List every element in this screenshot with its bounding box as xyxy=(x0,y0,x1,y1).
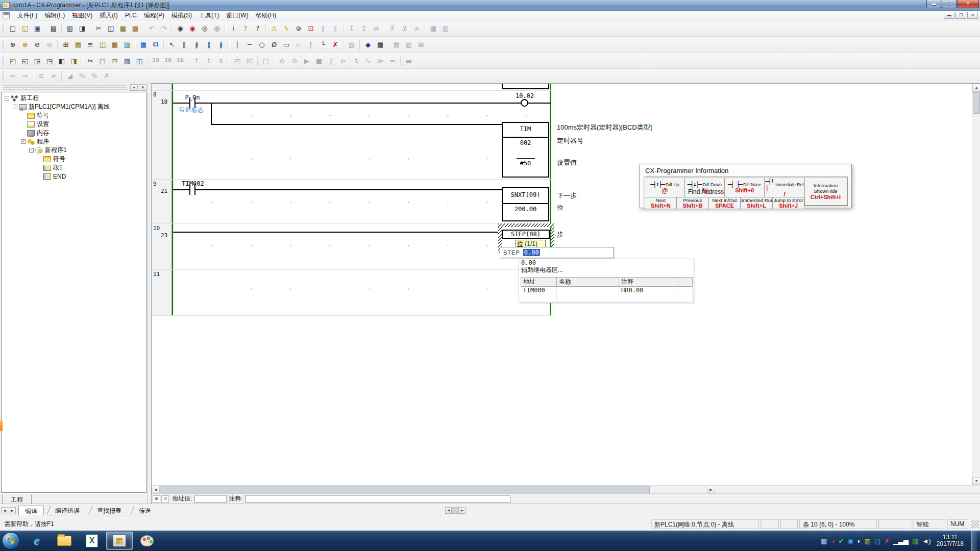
mini-scroll-right[interactable]: ▶ xyxy=(459,507,465,514)
tree-item-program-1[interactable]: −新程序1 xyxy=(3,146,146,155)
toolbar-button-symbol-tree[interactable]: ▥ xyxy=(121,39,133,51)
toolbar-button-rung-comment[interactable]: ▤ xyxy=(72,39,84,51)
address-table-row[interactable]: TIM000HR0.00 xyxy=(521,287,693,294)
rung-number[interactable]: 11 xyxy=(153,271,160,278)
tree-item-project-root[interactable]: −新工程 xyxy=(3,94,146,103)
toolbar-button-force-on[interactable]: ⊼ xyxy=(386,22,399,34)
mdi-close-button[interactable]: ✕ xyxy=(967,12,978,19)
toolbar-button-indent-left[interactable]: ⇐ xyxy=(7,70,19,82)
toolbar-button-delete-element[interactable]: ✗ xyxy=(329,39,341,51)
toolbar-button-zoom-fit[interactable]: ⊖ xyxy=(43,39,56,51)
toolbar-button-monitor[interactable]: ⊡ xyxy=(305,22,317,34)
toolbar-button-coil-closed[interactable]: Ø xyxy=(268,39,280,51)
cx-programmer-information-window[interactable]: CX-Programmer Information ─┤↑├─Diff-Up@─… xyxy=(640,164,852,208)
toolbar-button-go-input[interactable]: ↥ xyxy=(190,55,203,67)
shortcut-find-previous[interactable]: PreviousShift+B xyxy=(676,197,709,209)
schedule-icon[interactable]: ▦ xyxy=(912,538,918,544)
address-table-cell[interactable] xyxy=(557,287,619,294)
toolbar-button-pause-update[interactable]: ∥ xyxy=(329,22,341,34)
toolbar-button-view-1[interactable]: ▤ xyxy=(390,39,403,51)
edge-notification-tab[interactable] xyxy=(0,420,3,431)
output-tab-3[interactable]: 查找报表 xyxy=(91,506,128,515)
mini-scroll-thumb[interactable] xyxy=(452,507,459,514)
toolbar-button-contact-or-no[interactable]: ‖ xyxy=(203,39,215,51)
snxt-operand-1[interactable]: 200.00 xyxy=(503,206,548,213)
toolbar-button-view-3[interactable]: ⊠ xyxy=(415,39,427,51)
menu-item[interactable]: 插入(I) xyxy=(96,11,121,20)
menu-item[interactable]: 编程(P) xyxy=(140,11,168,20)
tree-expander-icon[interactable]: − xyxy=(21,139,26,144)
shortcut-commented-rung[interactable]: Commented RungShift+L xyxy=(740,197,773,209)
tree-expander-icon[interactable]: − xyxy=(5,96,9,101)
toolbar-button-contact-no[interactable]: ‖ xyxy=(178,39,190,51)
menu-item[interactable]: 编辑(E) xyxy=(41,11,68,20)
toolbar-button-win-watch[interactable]: ◱ xyxy=(19,55,31,67)
toolbar-button-save[interactable]: ▣ xyxy=(31,22,43,34)
taskbar-app-paint[interactable] xyxy=(134,532,160,550)
toolbar-grip[interactable] xyxy=(3,23,5,34)
snxt-instruction-box[interactable]: SNXT(09) 200.00 xyxy=(502,187,549,221)
update-check-icon[interactable]: ✔ xyxy=(839,538,844,544)
maximize-button[interactable]: ❐ xyxy=(942,0,957,8)
operand-edit-dialog[interactable]: STEP 0.00 xyxy=(500,247,614,258)
toolbar-button-go-step[interactable]: ↨ xyxy=(215,55,227,67)
toolbar-button-sim-scan-2[interactable]: ⊘ xyxy=(288,55,301,67)
scroll-right-button[interactable]: ▶ xyxy=(707,486,715,493)
tree-expander-icon[interactable]: − xyxy=(29,148,34,153)
toolbar-button-win-ref[interactable]: ◲ xyxy=(31,55,43,67)
tree-item-plc-node[interactable]: −新PLC1[CPM1(CPM1A)] 离线 xyxy=(3,103,146,111)
toolbar-button-find[interactable]: ◉ xyxy=(174,22,186,34)
coil-label[interactable]: 10.02 xyxy=(509,92,541,99)
menu-item[interactable]: 文件(F) xyxy=(14,11,41,20)
horizontal-scroll-track[interactable] xyxy=(650,486,707,493)
toolbar-button-protect[interactable]: ◆ xyxy=(362,39,374,51)
toolbar-button-info[interactable]: i xyxy=(227,22,239,34)
toolbar-button-find-bit[interactable]: ◎ xyxy=(199,22,211,34)
address-bar-button-2[interactable]: ⊡ xyxy=(161,495,169,503)
toolbar-button-win-output[interactable]: ◰ xyxy=(7,55,19,67)
toolbar-button-redo[interactable]: ↷ xyxy=(158,22,170,34)
vertical-scroll-thumb[interactable] xyxy=(973,92,980,114)
mdi-child-icon[interactable] xyxy=(3,12,10,18)
toolbar-button-sim-step-in[interactable]: ↴ xyxy=(350,55,362,67)
toolbar-button-sim-scan[interactable]: ⊘ xyxy=(276,55,288,67)
toolbar-button-compare[interactable]: ⇄ xyxy=(370,22,382,34)
address-bar-button-1[interactable]: ⊠ xyxy=(153,495,160,503)
output-tab-1[interactable]: 编译 xyxy=(18,506,44,515)
tim-operand-2[interactable]: #50 xyxy=(503,160,548,167)
title-bar[interactable]: cpm1A - CX-Programmer - [新PLC1.新程序1.段1 [… xyxy=(0,0,980,11)
address-table[interactable]: 地址名称注释 TIM000HR0.00 xyxy=(521,277,693,302)
tim-instruction-box[interactable]: TIM 002 #50 xyxy=(502,122,549,178)
toolbar-button-note-edit[interactable]: ▤ xyxy=(96,55,109,67)
taskbar-app-excel[interactable]: X xyxy=(79,532,105,550)
shortcut-find-next-in-out[interactable]: Next In/OutSPACE xyxy=(708,197,741,209)
toolbar-button-ci-view[interactable]: CI xyxy=(150,39,162,51)
toolbar-button-replace[interactable]: ◉ xyxy=(186,22,199,34)
toolbar-button-format-hex[interactable]: 16 xyxy=(174,55,186,67)
shortcut-immediate-ref[interactable]: ─┤!├─Immediate Ref! xyxy=(764,178,804,197)
toolbar-button-vertical-line[interactable]: │ xyxy=(231,39,243,51)
menu-item[interactable]: 模拟(S) xyxy=(168,11,195,20)
toolbar-button-sim-run[interactable]: ▶ xyxy=(301,55,313,67)
toolbar-button-compile-all[interactable]: ϟ xyxy=(280,22,292,34)
toolbar-button-sim-step[interactable]: ⊳ xyxy=(337,55,350,67)
toolbar-button-sim-to-end[interactable]: ⇒ xyxy=(386,55,399,67)
toolbar-button-coil[interactable]: ○ xyxy=(256,39,268,51)
horizontal-scroll-thumb[interactable] xyxy=(160,486,650,493)
workspace-header[interactable]: ▾ ✕ xyxy=(0,83,148,91)
address-table-header[interactable]: 注释 xyxy=(619,278,678,287)
toolbar-button-find-address[interactable]: ◎ xyxy=(211,22,223,34)
address-table-header[interactable]: 地址 xyxy=(521,278,557,287)
toolbox-icon[interactable]: ▥ xyxy=(865,538,871,544)
toolbar-button-format-dec2[interactable]: 10 xyxy=(162,55,174,67)
toolbar-button-pause-monitor[interactable]: ∥ xyxy=(317,22,329,34)
toolbar-button-win-address[interactable]: ◳ xyxy=(43,55,56,67)
toolbar-button-windows[interactable]: ▦ xyxy=(427,22,439,34)
toolbar-button-edit-tools[interactable]: ✂ xyxy=(84,55,96,67)
toolbar-button-undo[interactable]: ↶ xyxy=(145,22,158,34)
tree-item-programs[interactable]: −程序 xyxy=(3,137,146,146)
toolbar-button-win-props[interactable]: ◨ xyxy=(68,55,80,67)
toolbar-button-win-cross[interactable]: ◧ xyxy=(56,55,68,67)
toolbar-button-paste-special[interactable]: ▩ xyxy=(129,22,141,34)
scroll-up-button[interactable]: ▲ xyxy=(972,84,980,92)
